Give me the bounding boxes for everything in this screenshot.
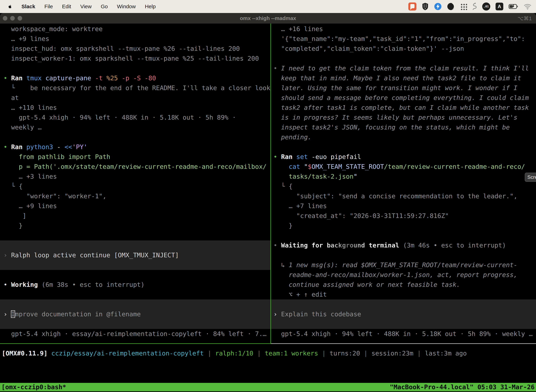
- tmux-host-clock: "MacBook-Pro-44.local" 05:03 31-Mar-26: [390, 383, 535, 391]
- terminal-input-row[interactable]: › Explain this codebase: [271, 309, 536, 319]
- menu-window[interactable]: Window: [117, 4, 136, 9]
- menubar-items: SlackFileEditViewGoWindowHelp: [21, 4, 156, 9]
- terminal-line: … +3 lines: [4, 172, 270, 182]
- menu-view[interactable]: View: [80, 4, 91, 9]
- terminal-line: … +9 lines: [4, 34, 270, 44]
- terminal-line: [4, 63, 270, 73]
- pane-right: … +16 lines '{"team_name":"my-team","tas…: [271, 23, 536, 344]
- terminal-line: p = Path('.omx/state/team/review-current…: [4, 162, 270, 172]
- window-titlebar[interactable]: omx --xhigh --madmax ⌥⌘1: [0, 13, 536, 23]
- terminal-line: gpt-5.4 xhigh · 94% left · 488K in · 5.1…: [273, 329, 536, 339]
- terminal-line: gpt-5.4 xhigh · essay/ai-reimplementatio…: [4, 329, 270, 339]
- shield-grid-icon[interactable]: [422, 2, 429, 10]
- terminal-line: }: [273, 221, 536, 231]
- crescent-icon[interactable]: [447, 3, 455, 10]
- screen-capture-overlay: Scre: [525, 173, 536, 182]
- terminal-line: "subject": "send a concise recommendatio…: [273, 191, 536, 201]
- pane-border-right: [271, 343, 536, 344]
- tmux-session-label: [omx-cczip0:bash*: [1, 383, 66, 391]
- squiggle-icon[interactable]: [472, 2, 477, 10]
- terminal-input-row[interactable]: › Ralph loop active continue [OMX_TMUX_I…: [0, 250, 270, 260]
- dots-grid-icon[interactable]: [460, 3, 467, 10]
- terminal-input-row[interactable]: [0, 260, 270, 270]
- menu-edit[interactable]: Edit: [62, 4, 71, 9]
- wifi-icon[interactable]: [524, 3, 531, 10]
- minimize-button[interactable]: [10, 16, 15, 21]
- terminal-input-row[interactable]: [271, 319, 536, 329]
- terminal-line: readme-and-reco/mailbox/worker-1.json, a…: [273, 270, 536, 280]
- terminal-line: [273, 142, 536, 152]
- terminal-line: … +16 lines: [273, 24, 536, 34]
- terminal-line: [4, 270, 270, 280]
- terminal-window: omx --xhigh --madmax ⌥⌘1 workspace_mode:…: [0, 13, 536, 392]
- terminal-input-row[interactable]: › Improve documentation in @filename: [0, 309, 270, 319]
- menu-go[interactable]: Go: [101, 4, 108, 9]
- terminal-line: weekly …: [4, 122, 270, 132]
- terminal-line: └ {: [273, 182, 536, 191]
- terminal-line: [273, 250, 536, 260]
- terminal-line: keep that in mind. Maybe I also need the…: [273, 73, 536, 83]
- terminal-line: [273, 54, 536, 63]
- terminal-input-row[interactable]: [0, 319, 270, 329]
- menu-help[interactable]: Help: [145, 4, 156, 9]
- pane-left: workspace_mode: worktree … +9 lines insp…: [0, 23, 270, 344]
- bottom-spacer: [0, 358, 536, 383]
- terminal-line: [273, 231, 536, 240]
- terminal-line: '{"team_name":"my-team","task_id":"1","f…: [273, 34, 536, 44]
- terminal-line: ⌥ + ↑ edit: [273, 289, 536, 299]
- terminal-input-row[interactable]: [0, 299, 270, 309]
- close-button[interactable]: [3, 16, 7, 21]
- terminal-line: … +110 lines: [4, 103, 270, 112]
- blue-bolt-icon[interactable]: [434, 3, 442, 10]
- terminal-line: • Ran tmux capture-pane -t %25 -p -S -80: [4, 73, 270, 83]
- terminal-line: [4, 132, 270, 142]
- tmux-status-bar: [omx-cczip0:bash* "MacBook-Pro-44.local"…: [0, 383, 536, 391]
- chat-app-icon[interactable]: [408, 2, 416, 10]
- terminal-line: inspect_worker-1: omx sparkshell --tmux-…: [4, 54, 270, 63]
- apple-menu-icon[interactable]: [8, 4, 12, 9]
- terminal-line: … +9 lines: [4, 201, 270, 211]
- terminal-line: • Working (6m 38s • esc to interrupt): [4, 280, 270, 289]
- terminal-line: gpt-5.4 xhigh · 94% left · 488K in · 5.1…: [4, 112, 270, 122]
- terminal-line: pending.: [273, 132, 536, 142]
- terminal-line: should send a message before completing …: [273, 93, 536, 103]
- terminal-line: }: [4, 221, 270, 231]
- menu-file[interactable]: File: [44, 4, 53, 9]
- terminal-line: is in progress? It seems likely but perh…: [273, 112, 536, 122]
- terminal-line: cat "$OMX_TEAM_STATE_ROOT/team/review-cu…: [273, 162, 536, 172]
- terminal-line: from pathlib import Path: [4, 152, 270, 162]
- window-title: omx --xhigh --madmax: [0, 15, 536, 21]
- terminal-line: … +7 lines: [273, 201, 536, 211]
- traffic-lights: [3, 13, 22, 23]
- terminal-line: └ {: [4, 182, 270, 191]
- battery-icon[interactable]: [509, 4, 518, 9]
- terminal-line: "worker": "worker-1",: [4, 191, 270, 201]
- input-source-icon[interactable]: A: [496, 3, 503, 10]
- terminal-line: ↳ 1 new msg(s): read $OMX_TEAM_STATE_ROO…: [273, 260, 536, 270]
- terminal-line: tasks/task-2.json": [273, 172, 536, 182]
- terminal-line: • Ran python3 - <<'PY': [4, 142, 270, 152]
- zoom-button[interactable]: [18, 16, 22, 21]
- terminal-line: • Ran set -euo pipefail: [273, 152, 536, 162]
- terminal-line: ]: [4, 211, 270, 221]
- omx-status-line: [OMX#0.11.9] cczip/essay/ai-reimplementa…: [0, 344, 536, 358]
- terminal-line: [4, 289, 270, 299]
- terminal-input-row[interactable]: [0, 240, 270, 250]
- terminal-area: workspace_mode: worktree … +9 lines insp…: [0, 23, 536, 344]
- terminal-line: "created_at": "2026-03-31T11:59:27.816Z": [273, 211, 536, 221]
- terminal-line: workspace_mode: worktree: [4, 24, 270, 34]
- pane-border-left: [0, 343, 271, 344]
- menu-slack[interactable]: Slack: [21, 4, 35, 9]
- menubar: SlackFileEditViewGoWindowHelp ..61 A: [0, 0, 536, 13]
- terminal-line: at: [4, 93, 270, 103]
- menubar-status-icons: ..61 A: [408, 2, 531, 10]
- terminal-line: inspect_hud: omx sparkshell --tmux-pane …: [4, 44, 270, 54]
- menubar-left: SlackFileEditViewGoWindowHelp: [8, 4, 156, 9]
- terminal-line: └ be necessary for the end of the README…: [4, 83, 270, 93]
- percent-badge-icon[interactable]: ..61: [482, 2, 490, 10]
- terminal-line: • Waiting for background terminal (3m 46…: [273, 240, 536, 250]
- terminal-input-row[interactable]: [271, 299, 536, 309]
- terminal-line: [4, 231, 270, 240]
- terminal-line: "completed","claim_token":"claim-token"}…: [273, 44, 536, 54]
- terminal-line: • I need to get the claim token from the…: [273, 63, 536, 73]
